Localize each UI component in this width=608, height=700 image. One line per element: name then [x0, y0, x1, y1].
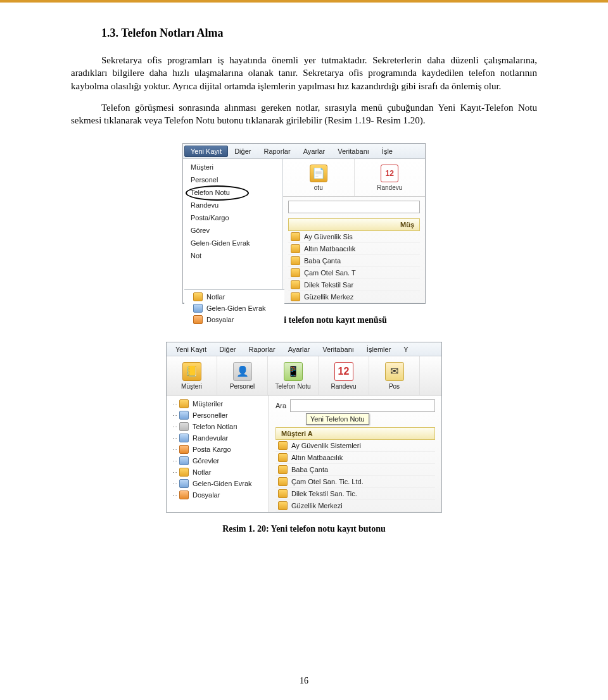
note-icon: 📄 — [310, 165, 327, 182]
sc2-menu-y[interactable]: Y — [397, 344, 414, 355]
sc2-tree-gelen-giden-evrak[interactable]: Gelen-Giden Evrak — [167, 478, 269, 489]
sc1-menu-isle[interactable]: İşle — [376, 146, 399, 157]
folder-icon — [291, 256, 300, 265]
sc2-list-header: Müşteri A — [276, 427, 435, 440]
list-item[interactable]: Dilek Tekstil San. Tic. — [276, 488, 435, 500]
paragraph-2: Telefon görüşmesi sonrasında alınması ge… — [71, 101, 537, 127]
figure-1: Yeni Kayıt Diğer Raporlar Ayarlar Verita… — [71, 143, 537, 304]
list-item[interactable]: Baba Çanta — [288, 255, 420, 267]
section-heading: 1.3. Telefon Notları Alma — [71, 27, 537, 40]
sc1-dd-gorev[interactable]: Görev — [183, 224, 282, 237]
sc2-tree-musteriler[interactable]: Müşteriler — [167, 398, 269, 409]
screenshot-1: Yeni Kayıt Diğer Raporlar Ayarlar Verita… — [182, 143, 426, 304]
sc2-toolbar: 📒 Müşteri 👤 Personel 📱 Telefon Notu 12 R… — [167, 356, 441, 396]
sc2-menu-diger[interactable]: Diğer — [213, 344, 242, 355]
sc2-search-input[interactable] — [290, 399, 435, 412]
sc1-dd-gelen-giden-evrak[interactable]: Gelen-Giden Evrak — [183, 237, 282, 249]
sc1-dd-personel[interactable]: Personel — [183, 173, 282, 186]
sc1-menu-diger[interactable]: Diğer — [228, 146, 257, 157]
sc2-menu-ayarlar[interactable]: Ayarlar — [282, 344, 317, 355]
sc2-menubar: Yeni Kayıt Diğer Raporlar Ayarlar Verita… — [167, 342, 441, 356]
people-icon — [179, 411, 189, 420]
list-item[interactable]: Çam Otel San. Tic. Ltd. — [276, 476, 435, 488]
screenshot-2: Yeni Kayıt Diğer Raporlar Ayarlar Verita… — [166, 342, 442, 513]
sc1-list-header: Müş — [288, 218, 420, 231]
sc1-tree-dosyalar[interactable]: Dosyalar — [184, 314, 284, 325]
sc2-ara-label: Ara — [276, 402, 286, 409]
sc1-dd-randevu[interactable]: Randevu — [183, 199, 282, 211]
sc2-tree: Müşteriler Personeller Telefon Notları R… — [167, 396, 269, 512]
sc1-dd-musteri[interactable]: Müşteri — [183, 161, 282, 173]
sc1-tool-otu[interactable]: 📄 otu — [283, 159, 355, 196]
sc2-tree-posta-kargo[interactable]: Posta Kargo — [167, 444, 269, 455]
book-icon: 📒 — [182, 362, 201, 381]
sc2-tb-telefon-notu[interactable]: 📱 Telefon Notu — [268, 356, 319, 395]
sc1-tool-randevu-label: Randevu — [377, 184, 402, 191]
sc2-tb-personel[interactable]: 👤 Personel — [217, 356, 268, 395]
sc1-search-input[interactable] — [288, 201, 420, 213]
calendar-icon: 12 — [381, 165, 398, 182]
sc2-tree-dosyalar[interactable]: Dosyalar — [167, 489, 269, 501]
list-item[interactable]: Ay Güvenlik Sistemleri — [276, 440, 435, 452]
list-item[interactable]: Dilek Tekstil Sar — [288, 279, 420, 291]
sc1-menu-veritabani[interactable]: Veritabanı — [331, 146, 376, 157]
sc1-tree-notlar[interactable]: Notlar — [184, 291, 284, 303]
calendar-icon: 12 — [334, 362, 353, 381]
folder-icon — [278, 465, 288, 474]
doc-icon — [193, 304, 203, 313]
sc2-menu-veritabani[interactable]: Veritabanı — [316, 344, 360, 355]
doc-icon — [179, 479, 189, 488]
sc2-tree-randevular[interactable]: Randevular — [167, 432, 269, 444]
list-item[interactable]: Güzellik Merkez — [288, 291, 420, 303]
list-item[interactable]: Güzellik Merkezi — [276, 500, 435, 512]
sc2-tree-telefon-notlari[interactable]: Telefon Notları — [167, 421, 269, 432]
figure-2: Yeni Kayıt Diğer Raporlar Ayarlar Verita… — [71, 342, 537, 513]
sc2-menu-islemler[interactable]: İşlemler — [360, 344, 398, 355]
phone-icon — [179, 422, 189, 431]
sc2-tb-musteri[interactable]: 📒 Müşteri — [167, 356, 217, 395]
sc1-tree-gelen-giden[interactable]: Gelen-Giden Evrak — [184, 303, 284, 314]
sc1-dd-posta-kargo[interactable]: Posta/Kargo — [183, 211, 282, 224]
sc2-tb-randevu[interactable]: 12 Randevu — [319, 356, 369, 395]
sc1-dropdown: Müşteri Personel Telefon Notu Randevu Po… — [183, 159, 283, 303]
caption-1: Resim 1. 19: Yeni telefon notu kayıt men… — [71, 315, 537, 325]
list-item[interactable]: Çam Otel San. T — [288, 267, 420, 279]
sc1-menu-yeni-kayit[interactable]: Yeni Kayıt — [184, 146, 228, 157]
list-item[interactable]: Baba Çanta — [276, 464, 435, 476]
folder-icon — [278, 441, 288, 450]
page-number: 16 — [0, 676, 608, 686]
folder-icon — [193, 315, 203, 324]
envelope-icon — [179, 445, 189, 454]
sc2-menu-yeni-kayit[interactable]: Yeni Kayıt — [169, 344, 213, 355]
sc2-tree-gorevler[interactable]: Görevler — [167, 455, 269, 466]
list-item[interactable]: Altın Matbaacılık — [288, 243, 420, 255]
folder-icon — [278, 501, 288, 510]
folder-icon — [179, 399, 189, 408]
sc1-dd-not[interactable]: Not — [183, 249, 282, 262]
calendar-icon — [179, 434, 189, 442]
sc1-menubar: Yeni Kayıt Diğer Raporlar Ayarlar Verita… — [183, 144, 425, 159]
sc1-dd-telefon-notu[interactable]: Telefon Notu — [183, 186, 282, 199]
sc2-tree-personeller[interactable]: Personeller — [167, 409, 269, 421]
folder-icon — [278, 477, 288, 486]
sc2-tree-notlar[interactable]: Notlar — [167, 466, 269, 478]
folder-icon — [291, 244, 300, 253]
folder-icon — [291, 232, 300, 241]
sc2-datalist: Ay Güvenlik Sistemleri Altın Matbaacılık… — [276, 440, 435, 512]
task-icon — [179, 456, 189, 465]
sc1-search-row — [283, 197, 425, 215]
sc2-tb-pos[interactable]: ✉ Pos — [369, 356, 420, 395]
note-icon — [179, 468, 189, 477]
caption-2: Resim 1. 20: Yeni telefon notu kayıt but… — [71, 524, 537, 534]
sc1-tool-otu-label: otu — [314, 184, 323, 191]
note-icon — [193, 292, 203, 301]
folder-icon — [278, 489, 288, 498]
folder-icon — [278, 453, 288, 462]
folder-icon — [179, 491, 189, 499]
sc1-menu-ayarlar[interactable]: Ayarlar — [297, 146, 332, 157]
sc2-menu-raporlar[interactable]: Raporlar — [242, 344, 281, 355]
list-item[interactable]: Ay Güvenlik Sis — [288, 231, 420, 243]
sc1-tool-randevu[interactable]: 12 Randevu — [355, 159, 426, 196]
list-item[interactable]: Altın Matbaacılık — [276, 452, 435, 464]
sc1-menu-raporlar[interactable]: Raporlar — [257, 146, 296, 157]
